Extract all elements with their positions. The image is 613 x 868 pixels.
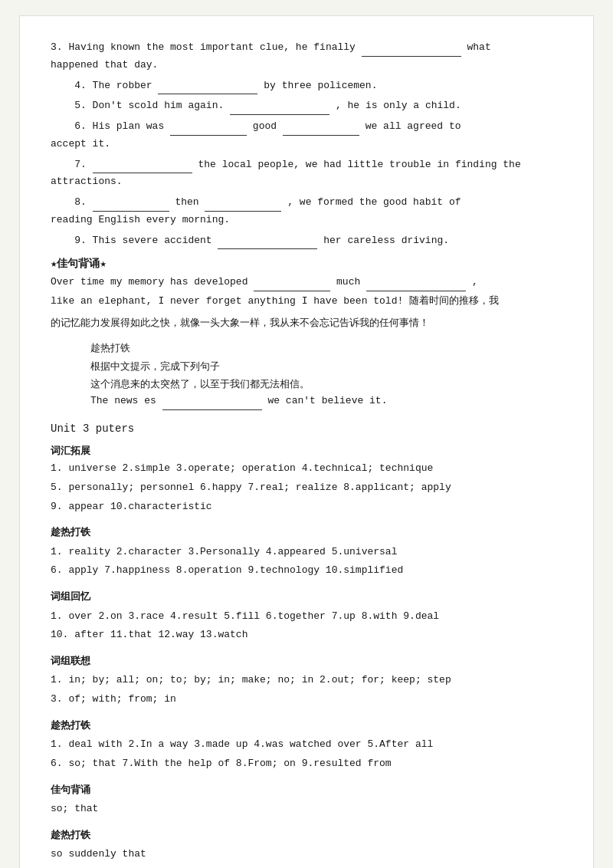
- sentence-8-blank2: [205, 201, 281, 212]
- sentence-7-text: the local people, we had little trouble …: [198, 159, 520, 170]
- star-section: ★佳句背诵★ Over time my memory has developed…: [51, 257, 562, 331]
- sentence-4-suffix: by three policemen.: [264, 80, 377, 91]
- sentence-8-cont: reading English every morning.: [51, 214, 230, 225]
- sentence-8-num: 8.: [51, 196, 93, 208]
- vocab-recall-line1: 1. over 2.on 3.race 4.result 5.fill 6.to…: [51, 608, 562, 626]
- sentence-8-text: , we formed the good habit of: [287, 196, 461, 208]
- vocab-assoc-line1: 1. in; by; all; on; to; by; in; make; no…: [51, 672, 562, 689]
- sentence-5-text: , he is only a child.: [336, 100, 461, 111]
- hot-iron-1-template: The news es: [90, 395, 162, 406]
- sentence-9-blank: [218, 238, 317, 249]
- sentence-recite-header: 佳句背诵: [51, 781, 562, 798]
- sentence-6-blank1: [170, 125, 247, 136]
- sentence-5: 5. Don't scold him again. , he is only a…: [51, 97, 562, 115]
- hot-iron-1-section: 趁热打铁 根据中文提示，完成下列句子 这个消息来的太突然了，以至于我们都无法相信…: [51, 339, 562, 410]
- sentence-9-suffix: her careless driving.: [323, 235, 449, 246]
- sentence-6-good: good: [253, 120, 283, 132]
- hot-iron-1-end: we can't believe it.: [267, 395, 387, 406]
- sentence-9: 9. This severe accident her careless dri…: [51, 232, 562, 250]
- hot-iron-3-line2: 6. so; that 7.With the help of 8.From; o…: [51, 755, 562, 773]
- sentences-section: 3. Having known the most important clue,…: [51, 39, 562, 249]
- sentence-6-cont: accept it.: [51, 138, 110, 150]
- sentence-5-num: 5. Don't scold him again.: [51, 100, 224, 111]
- hot-iron-2-line2: 6. apply 7.happiness 8.operation 9.techn…: [51, 562, 562, 580]
- hot-iron-4-line1: so suddenly that: [51, 846, 562, 863]
- sentence-9-num: 9. This severe accident: [51, 235, 218, 246]
- vocab-expand-section: 词汇拓展 1. universe 2.simple 3.operate; ope…: [51, 444, 562, 515]
- sentence-8: 8. then , we formed the good habit of re…: [51, 194, 562, 229]
- sentence-6-suffix: we all agreed to: [366, 120, 461, 132]
- vocab-recall-header: 词组回忆: [51, 587, 562, 605]
- vocab-expand-header: 词汇拓展: [51, 444, 562, 458]
- sentence-3-cont: happened that day.: [51, 59, 158, 71]
- hot-iron-4-section: 趁热打铁 so suddenly that: [51, 826, 562, 863]
- vocab-assoc-header: 词组联想: [51, 652, 562, 669]
- sentence-4-num: 4. The robber: [51, 80, 158, 91]
- sentence-7-blank: [93, 163, 192, 173]
- vocab-expand-line1: 1. universe 2.simple 3.operate; operatio…: [51, 460, 562, 478]
- vocab-assoc-line2: 3. of; with; from; in: [51, 691, 562, 709]
- sentence-recite-line1: so; that: [51, 801, 562, 818]
- hot-iron-1-label: 趁热打铁: [51, 339, 562, 357]
- star-comma: ,: [472, 276, 478, 288]
- star-blank1: [254, 281, 330, 291]
- sentence-7-cont: attractions.: [51, 176, 123, 187]
- vocab-expand-line2: 5. personally; personnel 6.happy 7.real;…: [51, 479, 562, 497]
- vocab-recall-section: 词组回忆 1. over 2.on 3.race 4.result 5.fill…: [51, 587, 562, 644]
- hot-iron-1-chinese: 这个消息来的太突然了，以至于我们都无法相信。: [51, 375, 562, 393]
- hot-iron-2-section: 趁热打铁 1. reality 2.character 3.Personally…: [51, 523, 562, 580]
- sentence-4: 4. The robber by three policemen.: [51, 77, 562, 95]
- vocab-recall-line2: 10. after 11.that 12.way 13.watch: [51, 626, 562, 644]
- star-english: like an elephant, I never forget anythin…: [51, 295, 409, 307]
- sentence-3-text: 3.: [51, 41, 63, 53]
- unit-title: Unit 3 puters: [51, 422, 562, 435]
- star-chinese: 随着时间的推移，我: [409, 294, 499, 306]
- star-chinese-cont: 的记忆能力发展得如此之快，就像一头大象一样，我从来不会忘记告诉我的任何事情！: [51, 314, 562, 331]
- hot-iron-2-label: 趁热打铁: [51, 523, 562, 541]
- sentence-3-suffix: what: [467, 41, 491, 53]
- sentence-3-blank: [362, 46, 461, 57]
- vocab-assoc-section: 词组联想 1. in; by; all; on; to; by; in; mak…: [51, 652, 562, 709]
- hot-iron-1-blank: [162, 399, 262, 410]
- hot-iron-3-section: 趁热打铁 1. deal with 2.In a way 3.made up 4…: [51, 716, 562, 773]
- page: 3. Having known the most important clue,…: [19, 15, 594, 868]
- hot-iron-2-line1: 1. reality 2.character 3.Personally 4.ap…: [51, 544, 562, 561]
- hot-iron-1-english: The news es we can't believe it.: [51, 393, 562, 410]
- star-much: much: [336, 276, 366, 288]
- hot-iron-3-line1: 1. deal with 2.In a way 3.made up 4.was …: [51, 736, 562, 754]
- sentence-8-blank1: [93, 201, 169, 212]
- vocab-expand-line3: 9. appear 10.characteristic: [51, 498, 562, 516]
- sentence-recite-section: 佳句背诵 so; that: [51, 781, 562, 818]
- sentence-6-blank2: [283, 125, 359, 136]
- star-text: Over time my memory has developed: [51, 276, 254, 288]
- star-content: Over time my memory has developed much ,…: [51, 274, 562, 311]
- star-title: ★佳句背诵★: [51, 257, 562, 271]
- hot-iron-4-label: 趁热打铁: [51, 826, 562, 843]
- sentence-7: 7. the local people, we had little troub…: [51, 156, 562, 192]
- sentence-5-blank1: [230, 104, 329, 115]
- hot-iron-1-sub: 根据中文提示，完成下列句子: [51, 357, 562, 375]
- star-blank2: [366, 281, 466, 291]
- sentence-3: 3. Having known the most important clue,…: [51, 39, 562, 74]
- sentence-3-main: Having known the most important clue, he…: [68, 41, 361, 53]
- hot-iron-3-label: 趁热打铁: [51, 716, 562, 734]
- sentence-6-num: 6. His plan was: [51, 120, 170, 132]
- sentence-6: 6. His plan was good we all agreed to ac…: [51, 118, 562, 153]
- sentence-8-then: then: [175, 196, 205, 208]
- sentence-4-blank: [158, 84, 257, 94]
- sentence-7-num: 7.: [51, 159, 93, 170]
